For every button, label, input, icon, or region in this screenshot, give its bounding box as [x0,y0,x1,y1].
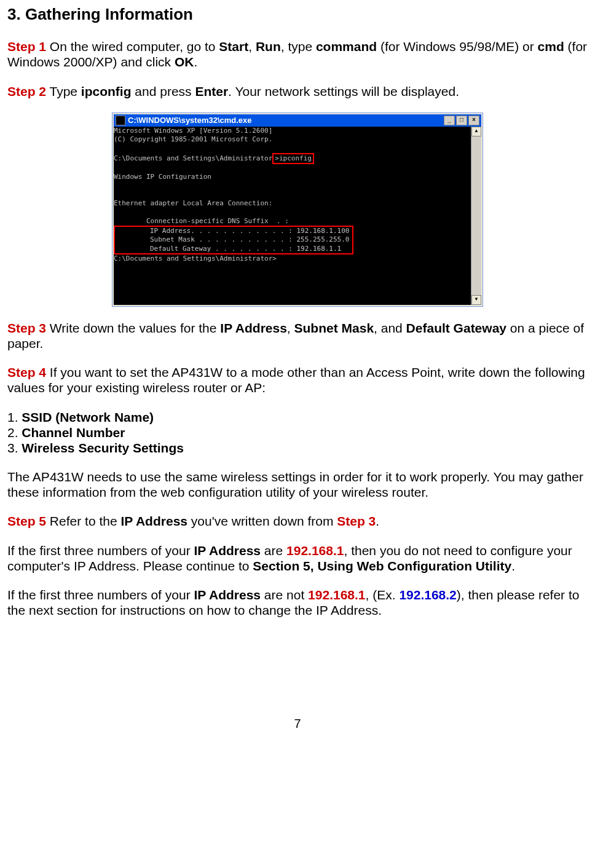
ip-settings-highlight: IP Address. . . . . . . . . . . . : 192.… [114,226,353,254]
red-text: 192.168.1 [308,588,365,602]
cmd-line: Ethernet adapter Local Area Connection: [114,199,272,207]
bold: SSID (Network Name) [22,410,154,424]
cmd-line: Connection-specific DNS Suffix . : [114,217,289,225]
text: If you want to set the AP431W to a mode … [7,365,585,395]
bold: Enter [195,84,228,98]
cmd-line: IP Address. . . . . . . . . . . . : 192.… [117,227,350,235]
cmd-scrollbar: ▲ ▼ [471,127,481,305]
text: . [376,514,379,528]
cmd-prompt: C:\Documents and Settings\Administrator> [114,254,277,262]
text: are not [261,588,308,602]
cmd-icon [116,116,125,125]
blue-text: 192.168.2 [399,588,456,602]
step5-paragraph: Step 5 Refer to the IP Address you've wr… [7,513,588,529]
step3-paragraph: Step 3 Write down the values for the IP … [7,320,588,351]
text: you've written down from [187,514,337,528]
text: . [194,55,197,69]
step1-label: Step 1 [7,39,46,53]
scroll-down-icon: ▼ [471,295,481,305]
cmd-line: Subnet Mask . . . . . . . . . . . : 255.… [117,235,350,243]
text: , (Ex. [366,588,400,602]
step4-paragraph: Step 4 If you want to set the AP431W to … [7,365,588,395]
text: , [287,321,294,335]
text: (for Windows 95/98/ME) or [377,39,537,53]
step5-label: Step 5 [7,514,46,528]
text: 2. [7,425,22,440]
cmd-window-screenshot: C:\WINDOWS\system32\cmd.exe _ □ × Micros… [112,112,483,307]
list-item: 3. Wireless Security Settings [7,440,588,456]
bold: IP Address [120,514,187,528]
list-item: 1. SSID (Network Name) [7,409,588,425]
ipconfig-highlight: >ipconfig [272,153,314,164]
text: Type [46,84,81,98]
text: are [261,543,286,558]
bold: command [316,39,377,53]
cmd-output: Microsoft Windows XP [Version 5.1.2600] … [114,127,471,305]
bold: OK [175,55,194,69]
paragraph: If the first three numbers of your IP Ad… [7,587,588,618]
text: . [511,559,515,573]
paragraph: If the first three numbers of your IP Ad… [7,543,588,574]
text: Write down the values for the [46,321,220,335]
cmd-title: C:\WINDOWS\system32\cmd.exe [128,116,444,125]
step2-paragraph: Step 2 Type ipconfig and press Enter. Yo… [7,84,588,99]
list-item: 2. Channel Number [7,425,588,440]
cmd-prompt: C:\Documents and Settings\Administrator [114,154,272,162]
cmd-line: Microsoft Windows XP [Version 5.1.2600] [114,127,272,135]
scroll-up-icon: ▲ [471,127,481,136]
step2-label: Step 2 [7,84,46,98]
cmd-line: Windows IP Configuration [114,173,211,181]
cmd-window-buttons: _ □ × [444,116,479,125]
bold: ipconfig [81,84,132,98]
bold: Subnet Mask [294,321,374,335]
text: , type [281,39,316,53]
close-button: × [468,116,479,125]
text: 1. [7,410,22,424]
step3-label: Step 3 [7,321,46,335]
text: If the first three numbers of your [7,543,194,558]
text: , [248,39,256,53]
cmd-line: Default Gateway . . . . . . . . . : 192.… [117,245,341,253]
bold: Section 5, Using Web Configuration Utili… [253,559,511,573]
text: Refer to the [46,514,120,528]
bold: IP Address [194,543,261,558]
cmd-titlebar: C:\WINDOWS\system32\cmd.exe _ □ × [114,114,481,127]
paragraph: The AP431W needs to use the same wireles… [7,469,588,500]
bold: IP Address [220,321,287,335]
red-text: 192.168.1 [286,543,344,558]
text: On the wired computer, go to [46,39,219,53]
bold: IP Address [194,588,261,602]
cmd-line: (C) Copyright 1985-2001 Microsoft Corp. [114,135,272,143]
text: 3. [7,441,22,455]
text: , and [374,321,406,335]
bold: Default Gateway [406,321,506,335]
bold: Channel Number [22,425,125,440]
text: and press [132,84,195,98]
bold: Start [219,39,248,53]
bold: Run [256,39,281,53]
red-text: Step 3 [337,514,376,528]
section-heading: 3. Gathering Information [7,5,588,24]
maximize-button: □ [456,116,467,125]
step1-paragraph: Step 1 On the wired computer, go to Star… [7,39,588,69]
bold: Wireless Security Settings [22,441,184,455]
text: If the first three numbers of your [7,588,194,602]
bold: cmd [538,39,564,53]
step4-label: Step 4 [7,365,46,379]
text: . Your network settings will be displaye… [228,84,459,98]
page-number: 7 [7,716,588,731]
minimize-button: _ [444,116,455,125]
